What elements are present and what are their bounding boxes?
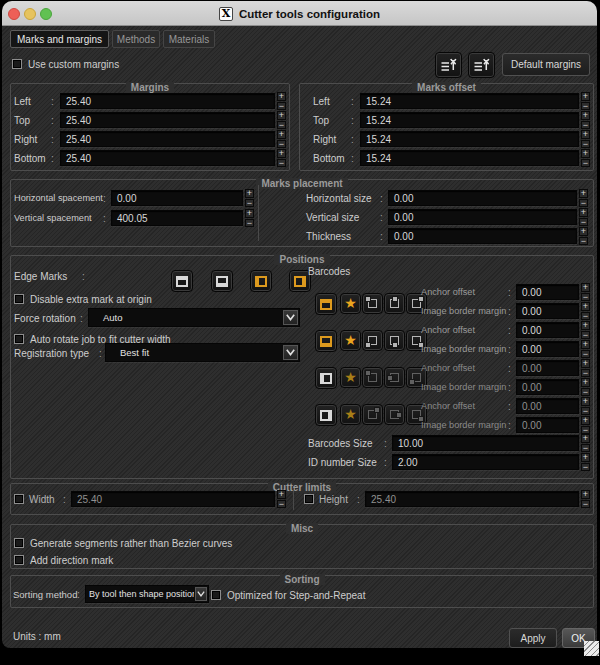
horizontal-size-input[interactable]: 0.00 [388,190,577,206]
spin-up-button[interactable] [581,130,590,139]
use-custom-margins-checkbox[interactable] [12,59,22,69]
generate-segments-checkbox[interactable] [14,538,24,548]
spin-up-button[interactable] [581,111,590,120]
tab-marks-and-margins[interactable]: Marks and margins [10,30,109,48]
spin-up-button[interactable] [581,302,590,311]
spin-up-button[interactable] [581,321,590,330]
spin-down-button[interactable] [581,444,590,453]
spin-down-button[interactable] [581,350,590,359]
image-border-margin-input-3[interactable]: 0.00 [516,379,579,395]
barcodes-size-input[interactable]: 10.00 [392,435,579,451]
spin-down-button[interactable] [581,293,590,302]
barcode-star-button-2[interactable] [340,330,361,351]
anchor-offset-input-2[interactable]: 0.00 [516,322,579,338]
barcode-star-button-4[interactable] [340,404,361,425]
spin-down-button[interactable] [579,199,588,208]
spin-down-button[interactable] [581,500,590,509]
barcode-anchor-right-middle-button[interactable] [384,404,405,425]
spin-up-button[interactable] [581,149,590,158]
spin-up-button[interactable] [245,209,254,218]
spin-up-button[interactable] [581,359,590,368]
margin-left-input[interactable]: 25.40 [60,93,275,109]
optimized-step-repeat-checkbox[interactable] [211,590,221,600]
default-margins-button[interactable]: Default margins [502,53,590,76]
spin-down-button[interactable] [579,237,588,246]
spin-up-button[interactable] [581,378,590,387]
margin-top-input[interactable]: 25.40 [60,112,275,128]
load-margins-button[interactable] [435,52,462,78]
disable-extra-mark-checkbox[interactable] [14,294,24,304]
spin-down-button[interactable] [579,218,588,227]
registration-type-dropdown[interactable]: Best fit [105,343,300,362]
vertical-spacement-input[interactable]: 400.05 [111,210,243,226]
barcode-top-button[interactable] [315,293,337,315]
anchor-offset-input-1[interactable]: 0.00 [516,284,579,300]
image-border-margin-input-2[interactable]: 0.00 [516,341,579,357]
barcode-right-button[interactable] [315,404,337,426]
height-limit-input[interactable]: 25.40 [365,491,579,507]
edge-mark-left-button[interactable] [250,270,272,292]
spin-up-button[interactable] [581,434,590,443]
spin-up-button[interactable] [581,340,590,349]
spin-up-button[interactable] [277,490,286,499]
edge-mark-bottom-button[interactable] [211,270,233,292]
barcode-anchor-left-middle-button[interactable] [384,367,405,388]
spin-up-button[interactable] [581,397,590,406]
offset-bottom-input[interactable]: 15.24 [360,150,579,166]
apply-button[interactable]: Apply [509,628,557,648]
spin-down-button[interactable] [581,331,590,340]
resize-grip[interactable] [584,641,599,656]
spin-down-button[interactable] [245,199,254,208]
force-rotation-dropdown[interactable]: Auto [88,308,300,327]
spin-down-button[interactable] [581,121,590,130]
margin-bottom-input[interactable]: 25.40 [60,150,275,166]
barcode-star-button-1[interactable] [340,293,361,314]
spin-up-button[interactable] [277,92,286,101]
spin-down-button[interactable] [581,426,590,435]
spin-down-button[interactable] [277,500,286,509]
spin-down-button[interactable] [581,463,590,472]
spin-up-button[interactable] [579,189,588,198]
spin-up-button[interactable] [581,92,590,101]
spin-up-button[interactable] [581,283,590,292]
spin-down-button[interactable] [277,140,286,149]
tab-methods[interactable]: Methods [112,30,160,48]
tab-materials[interactable]: Materials [163,30,215,48]
barcode-left-button[interactable] [315,367,337,389]
barcode-anchor-top-center-button[interactable] [384,293,405,314]
spin-down-button[interactable] [245,219,254,228]
spin-up-button[interactable] [581,453,590,462]
barcode-anchor-bottom-left-button[interactable] [362,330,383,351]
anchor-offset-input-4[interactable]: 0.00 [516,398,579,414]
add-direction-mark-checkbox[interactable] [14,555,24,565]
spin-down-button[interactable] [277,121,286,130]
spin-up-button[interactable] [277,149,286,158]
spin-up-button[interactable] [579,208,588,217]
thickness-input[interactable]: 0.00 [388,228,577,244]
edge-mark-top-button[interactable] [171,270,193,292]
spin-up-button[interactable] [277,111,286,120]
barcode-bottom-button[interactable] [315,330,337,352]
width-limit-checkbox[interactable] [14,494,24,504]
spin-up-button[interactable] [579,227,588,236]
image-border-margin-input-1[interactable]: 0.00 [516,303,579,319]
spin-up-button[interactable] [277,130,286,139]
barcode-anchor-right-top-button[interactable] [362,404,383,425]
offset-right-input[interactable]: 15.24 [360,131,579,147]
offset-top-input[interactable]: 15.24 [360,112,579,128]
spin-down-button[interactable] [581,102,590,111]
margin-right-input[interactable]: 25.40 [60,131,275,147]
spin-down-button[interactable] [581,369,590,378]
spin-up-button[interactable] [581,490,590,499]
auto-rotate-checkbox[interactable] [14,334,24,344]
barcode-anchor-bottom-center-button[interactable] [384,330,405,351]
sorting-method-dropdown[interactable]: By tool then shape position [85,585,209,603]
width-limit-input[interactable]: 25.40 [71,491,275,507]
save-margins-button[interactable] [468,52,495,78]
id-number-size-input[interactable]: 2.00 [392,454,579,470]
spin-down-button[interactable] [277,102,286,111]
height-limit-checkbox[interactable] [304,494,314,504]
anchor-offset-input-3[interactable]: 0.00 [516,360,579,376]
spin-down-button[interactable] [277,159,286,168]
vertical-size-input[interactable]: 0.00 [388,209,577,225]
